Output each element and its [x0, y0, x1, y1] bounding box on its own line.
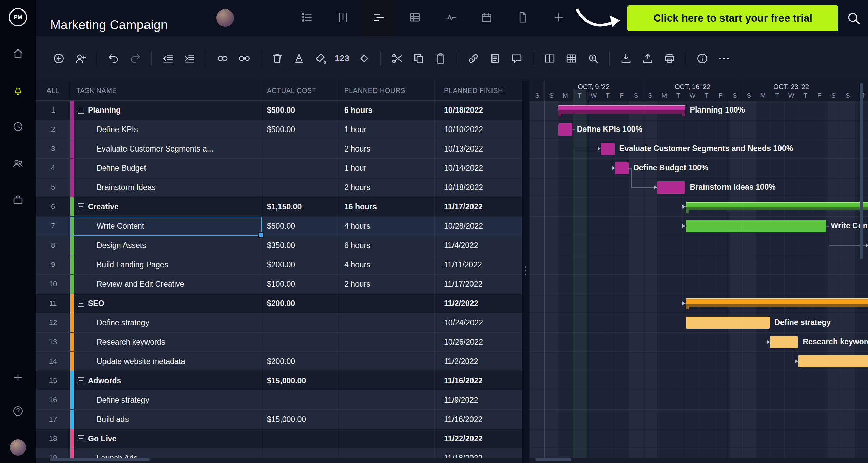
gantt-bar[interactable] — [615, 162, 629, 174]
gantt-bar[interactable] — [601, 143, 615, 155]
planned-finish-cell[interactable]: 11/4/2022 — [435, 236, 522, 255]
tab-gantt-view[interactable] — [361, 0, 397, 36]
planned-hours-cell[interactable] — [339, 390, 435, 409]
column-task-name[interactable]: TASK NAME — [70, 81, 262, 100]
actual-cost-cell[interactable]: $200.00 — [262, 352, 339, 371]
actual-cost-cell[interactable]: $500.00 — [262, 217, 339, 236]
number-format-button[interactable]: 123 — [331, 47, 353, 69]
tab-sheet-view[interactable] — [397, 0, 433, 36]
task-name-cell[interactable]: Review and Edit Creative — [70, 275, 262, 294]
planned-finish-cell[interactable]: 10/18/2022 — [435, 101, 522, 120]
task-name-cell[interactable]: Adwords — [70, 371, 262, 390]
grid-button[interactable] — [560, 47, 582, 69]
actual-cost-cell[interactable] — [262, 390, 339, 409]
copy-button[interactable] — [408, 47, 429, 69]
planned-finish-cell[interactable]: 11/22/2022 — [435, 429, 522, 448]
planned-hours-cell[interactable]: 6 hours — [339, 101, 435, 120]
planned-finish-cell[interactable]: 11/16/2022 — [435, 371, 522, 390]
table-row[interactable]: 6Creative$1,150.0016 hours11/17/2022 — [36, 197, 522, 217]
actual-cost-cell[interactable] — [262, 159, 339, 178]
delete-button[interactable] — [266, 47, 288, 69]
column-planned-finish[interactable]: PLANNED FINISH — [435, 81, 522, 100]
tab-board-view[interactable] — [325, 0, 361, 36]
collapse-icon[interactable] — [78, 107, 84, 114]
planned-hours-cell[interactable]: 2 hours — [339, 275, 435, 294]
work-icon[interactable] — [12, 194, 24, 206]
planned-finish-cell[interactable]: 10/14/2022 — [435, 159, 522, 178]
link-tasks-button[interactable] — [212, 47, 233, 69]
planned-hours-cell[interactable]: 2 hours — [339, 139, 435, 158]
table-row[interactable]: 14Update website metadata$200.0011/2/202… — [36, 352, 522, 371]
actual-cost-cell[interactable]: $500.00 — [262, 120, 339, 139]
filter-all-button[interactable]: ALL — [36, 81, 70, 100]
planned-finish-cell[interactable]: 11/17/2022 — [435, 275, 522, 294]
info-button[interactable] — [691, 47, 713, 69]
table-row[interactable]: 3Evaluate Customer Segments a...2 hours1… — [36, 139, 522, 159]
gantt-horizontal-scrollbar[interactable] — [535, 458, 571, 461]
tab-calendar-view[interactable] — [469, 0, 505, 36]
table-row[interactable]: 16Define strategy11/9/2022 — [36, 390, 522, 410]
task-name-cell[interactable]: SEO — [70, 294, 262, 313]
panel-splitter[interactable] — [522, 81, 529, 463]
planned-hours-cell[interactable]: 16 hours — [339, 197, 435, 216]
task-name-cell[interactable]: Brainstorm Ideas — [70, 178, 262, 197]
tab-list-view[interactable] — [289, 0, 325, 36]
table-horizontal-scrollbar[interactable] — [50, 458, 150, 461]
notes-button[interactable] — [484, 47, 506, 69]
actual-cost-cell[interactable] — [262, 448, 339, 458]
milestone-button[interactable] — [353, 47, 375, 69]
actual-cost-cell[interactable]: $1,150.00 — [262, 197, 339, 216]
fill-color-button[interactable] — [310, 47, 331, 69]
table-row[interactable]: 4Define Budget1 hour10/14/2022 — [36, 159, 522, 178]
actual-cost-cell[interactable]: $350.00 — [262, 236, 339, 255]
planned-finish-cell[interactable]: 11/11/2022 — [435, 255, 522, 274]
planned-finish-cell[interactable]: 11/2/2022 — [435, 352, 522, 371]
planned-finish-cell[interactable]: 10/28/2022 — [435, 217, 522, 236]
planned-hours-cell[interactable] — [339, 333, 435, 351]
planned-finish-cell[interactable]: 10/13/2022 — [435, 139, 522, 158]
indent-button[interactable] — [179, 47, 200, 69]
planned-finish-cell[interactable]: 11/16/2022 — [435, 410, 522, 429]
task-name-cell[interactable]: Evaluate Customer Segments a... — [70, 139, 262, 158]
planned-hours-cell[interactable]: 4 hours — [339, 255, 435, 274]
gantt-bar[interactable] — [686, 317, 770, 329]
bell-icon[interactable] — [12, 84, 24, 96]
help-icon[interactable] — [12, 405, 24, 417]
actual-cost-cell[interactable]: $200.00 — [262, 255, 339, 274]
gantt-bar[interactable] — [770, 336, 798, 348]
task-name-cell[interactable]: Build ads — [70, 410, 262, 429]
table-row[interactable]: 19Launch Ads11/18/2022 — [36, 448, 522, 458]
planned-finish-cell[interactable]: 10/18/2022 — [435, 178, 522, 197]
planned-hours-cell[interactable]: 1 hour — [339, 159, 435, 178]
unlink-tasks-button[interactable] — [233, 47, 255, 69]
undo-button[interactable] — [102, 47, 124, 69]
home-icon[interactable] — [12, 47, 24, 60]
more-button[interactable] — [713, 47, 735, 69]
task-name-cell[interactable]: Define strategy — [70, 313, 262, 332]
search-icon[interactable] — [846, 11, 861, 25]
gantt-bar[interactable] — [657, 181, 685, 194]
task-name-cell[interactable]: Write Content — [70, 217, 262, 236]
table-row[interactable]: 1Planning$500.006 hours10/18/2022 — [36, 101, 522, 120]
task-name-cell[interactable]: Creative — [70, 197, 262, 216]
tab-add-view[interactable] — [541, 0, 577, 36]
task-name-cell[interactable]: Build Landing Pages — [70, 255, 262, 274]
task-name-cell[interactable]: Define strategy — [70, 390, 262, 409]
planned-hours-cell[interactable] — [339, 429, 435, 448]
tab-chart-view[interactable] — [433, 0, 469, 36]
user-avatar[interactable] — [10, 439, 26, 456]
planned-finish-cell[interactable]: 10/10/2022 — [435, 120, 522, 139]
planned-hours-cell[interactable]: 2 hours — [339, 178, 435, 197]
actual-cost-cell[interactable] — [262, 429, 339, 448]
planned-finish-cell[interactable]: 11/9/2022 — [435, 390, 522, 409]
planned-finish-cell[interactable]: 11/2/2022 — [435, 294, 522, 313]
task-name-cell[interactable]: Design Assets — [70, 236, 262, 255]
gantt-bar[interactable] — [686, 298, 868, 307]
task-name-cell[interactable]: Research keywords — [70, 333, 262, 351]
add-task-button[interactable] — [48, 47, 70, 69]
actual-cost-cell[interactable]: $15,000.00 — [262, 371, 339, 390]
table-row[interactable]: 12Define strategy10/24/2022 — [36, 313, 522, 333]
task-name-cell[interactable]: Go Live — [70, 429, 262, 448]
table-row[interactable]: 11SEO$200.0011/2/2022 — [36, 294, 522, 313]
planned-hours-cell[interactable] — [339, 371, 435, 390]
